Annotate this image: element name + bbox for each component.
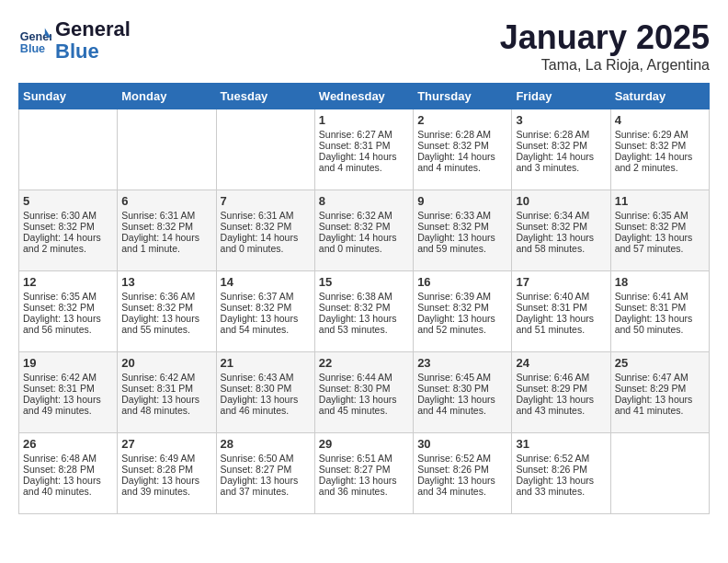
- calendar-cell: 1Sunrise: 6:27 AMSunset: 8:31 PMDaylight…: [314, 109, 413, 190]
- day-info: Daylight: 13 hours: [516, 394, 606, 405]
- logo-line1: General: [55, 18, 131, 40]
- calendar-week-row: 19Sunrise: 6:42 AMSunset: 8:31 PMDayligh…: [19, 352, 710, 433]
- month-title: January 2025: [500, 18, 710, 57]
- calendar-cell: 7Sunrise: 6:31 AMSunset: 8:32 PMDaylight…: [216, 190, 314, 271]
- day-info: Sunset: 8:32 PM: [23, 302, 113, 313]
- day-info: Sunrise: 6:39 AM: [417, 291, 507, 302]
- day-number: 13: [121, 275, 211, 289]
- day-info: Sunset: 8:32 PM: [319, 221, 409, 232]
- day-info: Sunset: 8:32 PM: [121, 221, 211, 232]
- day-info: Daylight: 13 hours: [121, 394, 211, 405]
- day-info: and 51 minutes.: [516, 324, 606, 335]
- day-info: and 34 minutes.: [417, 486, 507, 497]
- day-info: Daylight: 13 hours: [615, 232, 705, 243]
- day-number: 12: [23, 275, 113, 289]
- day-info: and 53 minutes.: [319, 324, 409, 335]
- day-info: Daylight: 13 hours: [516, 475, 606, 486]
- calendar-cell: 2Sunrise: 6:28 AMSunset: 8:32 PMDaylight…: [414, 109, 512, 190]
- day-info: and 0 minutes.: [319, 243, 409, 254]
- calendar-cell: 10Sunrise: 6:34 AMSunset: 8:32 PMDayligh…: [512, 190, 610, 271]
- day-info: Sunset: 8:32 PM: [516, 140, 606, 151]
- day-info: Daylight: 13 hours: [615, 313, 705, 324]
- day-info: Sunrise: 6:44 AM: [319, 372, 409, 383]
- calendar-cell: 19Sunrise: 6:42 AMSunset: 8:31 PMDayligh…: [19, 352, 118, 433]
- day-info: Daylight: 13 hours: [121, 475, 211, 486]
- day-info: and 36 minutes.: [319, 486, 409, 497]
- day-info: and 4 minutes.: [417, 162, 507, 173]
- day-number: 31: [516, 437, 606, 451]
- day-info: Daylight: 13 hours: [417, 232, 507, 243]
- day-number: 24: [516, 356, 606, 370]
- calendar-cell: 27Sunrise: 6:49 AMSunset: 8:28 PMDayligh…: [118, 433, 216, 514]
- day-info: Daylight: 14 hours: [417, 151, 507, 162]
- day-info: Sunrise: 6:35 AM: [23, 291, 113, 302]
- calendar-cell: 31Sunrise: 6:52 AMSunset: 8:26 PMDayligh…: [512, 433, 610, 514]
- day-info: Sunset: 8:32 PM: [319, 302, 409, 313]
- calendar-cell: 18Sunrise: 6:41 AMSunset: 8:31 PMDayligh…: [610, 271, 709, 352]
- day-info: Daylight: 13 hours: [516, 313, 606, 324]
- day-info: Sunset: 8:32 PM: [417, 140, 507, 151]
- day-info: Sunset: 8:32 PM: [615, 140, 705, 151]
- calendar-cell: 24Sunrise: 6:46 AMSunset: 8:29 PMDayligh…: [512, 352, 610, 433]
- day-info: Sunset: 8:32 PM: [221, 221, 311, 232]
- location-title: Tama, La Rioja, Argentina: [500, 57, 710, 74]
- calendar-cell: 15Sunrise: 6:38 AMSunset: 8:32 PMDayligh…: [314, 271, 413, 352]
- day-info: and 40 minutes.: [23, 486, 113, 497]
- day-number: 21: [221, 356, 311, 370]
- day-info: Sunrise: 6:28 AM: [516, 129, 606, 140]
- calendar-week-row: 26Sunrise: 6:48 AMSunset: 8:28 PMDayligh…: [19, 433, 710, 514]
- weekday-header-row: SundayMondayTuesdayWednesdayThursdayFrid…: [19, 84, 710, 109]
- day-number: 17: [516, 275, 606, 289]
- day-number: 7: [221, 194, 311, 208]
- calendar-cell: 22Sunrise: 6:44 AMSunset: 8:30 PMDayligh…: [314, 352, 413, 433]
- weekday-header: Sunday: [19, 84, 118, 109]
- day-info: Sunset: 8:32 PM: [23, 221, 113, 232]
- calendar-cell: [19, 109, 118, 190]
- calendar-cell: 23Sunrise: 6:45 AMSunset: 8:30 PMDayligh…: [414, 352, 512, 433]
- calendar-cell: 14Sunrise: 6:37 AMSunset: 8:32 PMDayligh…: [216, 271, 314, 352]
- day-info: Sunrise: 6:27 AM: [319, 129, 409, 140]
- day-info: Sunrise: 6:34 AM: [516, 210, 606, 221]
- day-info: and 39 minutes.: [121, 486, 211, 497]
- day-number: 25: [615, 356, 705, 370]
- weekday-header: Thursday: [414, 84, 512, 109]
- day-info: Daylight: 14 hours: [221, 232, 311, 243]
- day-number: 18: [615, 275, 705, 289]
- day-number: 1: [319, 113, 409, 127]
- calendar-cell: 25Sunrise: 6:47 AMSunset: 8:29 PMDayligh…: [610, 352, 709, 433]
- svg-text:Blue: Blue: [20, 42, 45, 55]
- day-info: Sunrise: 6:40 AM: [516, 291, 606, 302]
- day-info: Sunset: 8:30 PM: [221, 383, 311, 394]
- day-number: 26: [23, 437, 113, 451]
- day-info: Sunset: 8:27 PM: [221, 464, 311, 475]
- calendar-cell: 5Sunrise: 6:30 AMSunset: 8:32 PMDaylight…: [19, 190, 118, 271]
- day-info: Sunrise: 6:38 AM: [319, 291, 409, 302]
- day-info: Daylight: 13 hours: [319, 394, 409, 405]
- day-info: Daylight: 13 hours: [121, 313, 211, 324]
- day-number: 3: [516, 113, 606, 127]
- day-info: Sunrise: 6:47 AM: [615, 372, 705, 383]
- day-info: Daylight: 13 hours: [221, 394, 311, 405]
- day-info: Sunrise: 6:36 AM: [121, 291, 211, 302]
- day-number: 14: [221, 275, 311, 289]
- day-info: and 52 minutes.: [417, 324, 507, 335]
- calendar-table: SundayMondayTuesdayWednesdayThursdayFrid…: [18, 83, 710, 514]
- day-info: Sunrise: 6:52 AM: [516, 453, 606, 464]
- calendar-cell: 12Sunrise: 6:35 AMSunset: 8:32 PMDayligh…: [19, 271, 118, 352]
- day-info: Daylight: 14 hours: [319, 151, 409, 162]
- day-info: Sunrise: 6:31 AM: [221, 210, 311, 221]
- calendar-cell: 11Sunrise: 6:35 AMSunset: 8:32 PMDayligh…: [610, 190, 709, 271]
- day-info: Sunset: 8:31 PM: [319, 140, 409, 151]
- day-info: Daylight: 13 hours: [319, 475, 409, 486]
- calendar-cell: 9Sunrise: 6:33 AMSunset: 8:32 PMDaylight…: [414, 190, 512, 271]
- day-info: and 54 minutes.: [221, 324, 311, 335]
- day-info: Daylight: 13 hours: [23, 313, 113, 324]
- day-info: Sunset: 8:29 PM: [516, 383, 606, 394]
- day-number: 19: [23, 356, 113, 370]
- day-number: 11: [615, 194, 705, 208]
- day-info: and 49 minutes.: [23, 405, 113, 416]
- day-number: 16: [417, 275, 507, 289]
- day-info: Daylight: 13 hours: [221, 313, 311, 324]
- day-info: Sunset: 8:32 PM: [221, 302, 311, 313]
- day-info: Sunrise: 6:32 AM: [319, 210, 409, 221]
